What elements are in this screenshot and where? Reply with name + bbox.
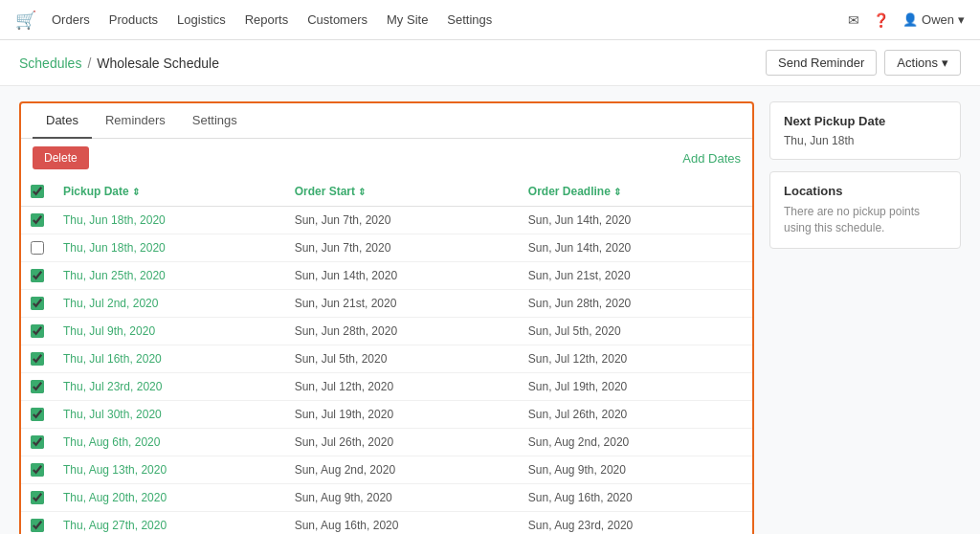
tab-dates[interactable]: Dates	[33, 103, 92, 139]
help-icon[interactable]: ❓	[873, 12, 889, 28]
row-checkbox-cell	[21, 234, 54, 262]
cell-pickup-date: Thu, Jul 9th, 2020	[54, 318, 285, 345]
actions-button[interactable]: Actions ▾	[884, 50, 961, 76]
cell-order-start: Sun, Jun 21st, 2020	[285, 290, 519, 318]
nav-customers[interactable]: Customers	[307, 0, 368, 40]
delete-button[interactable]: Delete	[33, 146, 89, 169]
order-start-sort-icon[interactable]: ⇕	[358, 187, 366, 197]
table-row: Thu, Jul 2nd, 2020Sun, Jun 21st, 2020Sun…	[21, 290, 752, 318]
row-checkbox[interactable]	[31, 519, 44, 532]
cell-order-deadline: Sun, Aug 16th, 2020	[519, 484, 752, 512]
table-row: Thu, Jul 30th, 2020Sun, Jul 19th, 2020Su…	[21, 401, 752, 429]
cell-pickup-date: Thu, Aug 20th, 2020	[54, 484, 285, 512]
nav-settings[interactable]: Settings	[447, 0, 492, 40]
row-checkbox[interactable]	[31, 435, 44, 449]
table-row: Thu, Aug 27th, 2020Sun, Aug 16th, 2020Su…	[21, 512, 752, 535]
breadcrumb-schedules-link[interactable]: Schedules	[19, 56, 81, 71]
row-checkbox-cell	[21, 262, 54, 290]
next-pickup-card: Next Pickup Date Thu, Jun 18th	[769, 101, 961, 160]
table-row: Thu, Jun 18th, 2020Sun, Jun 7th, 2020Sun…	[21, 207, 752, 234]
order-start-label: Order Start	[295, 185, 355, 198]
user-chevron-icon: ▾	[958, 12, 965, 27]
table-row: Thu, Aug 20th, 2020Sun, Aug 9th, 2020Sun…	[21, 484, 752, 512]
select-all-checkbox[interactable]	[31, 185, 44, 198]
col-checkbox	[21, 177, 54, 207]
table-row: Thu, Jun 25th, 2020Sun, Jun 14th, 2020Su…	[21, 262, 752, 290]
tab-reminders[interactable]: Reminders	[92, 103, 179, 139]
cell-pickup-date: Thu, Jul 16th, 2020	[54, 345, 285, 373]
tabs: Dates Reminders Settings	[21, 103, 752, 139]
cell-pickup-date: Thu, Jun 25th, 2020	[54, 262, 285, 290]
add-dates-link[interactable]: Add Dates	[682, 151, 741, 166]
cell-order-deadline: Sun, Jul 26th, 2020	[519, 401, 752, 429]
next-pickup-value: Thu, Jun 18th	[784, 134, 947, 147]
locations-title: Locations	[784, 184, 947, 198]
send-reminder-button[interactable]: Send Reminder	[766, 50, 877, 76]
col-order-start: Order Start ⇕	[285, 177, 519, 207]
cell-order-start: Sun, Jul 5th, 2020	[285, 345, 519, 373]
order-deadline-sort-icon[interactable]: ⇕	[613, 187, 621, 197]
row-checkbox[interactable]	[31, 463, 44, 477]
locations-card: Locations There are no pickup points usi…	[769, 171, 961, 249]
row-checkbox-cell	[21, 401, 54, 429]
envelope-icon[interactable]: ✉	[848, 12, 859, 28]
cell-pickup-date: Thu, Jun 18th, 2020	[54, 207, 285, 234]
row-checkbox[interactable]	[31, 269, 44, 282]
breadcrumb-separator: /	[87, 56, 91, 71]
order-deadline-label: Order Deadline	[528, 185, 611, 198]
table-toolbar: Delete Add Dates	[21, 139, 752, 177]
breadcrumb-current: Wholesale Schedule	[97, 56, 219, 71]
cell-order-deadline: Sun, Jul 19th, 2020	[519, 373, 752, 401]
user-menu[interactable]: 👤 Owen ▾	[902, 12, 965, 27]
row-checkbox[interactable]	[31, 241, 44, 255]
cell-order-start: Sun, Jun 14th, 2020	[285, 262, 519, 290]
top-nav: 🛒 Orders Products Logistics Reports Cust…	[0, 0, 980, 40]
row-checkbox-cell	[21, 512, 54, 535]
row-checkbox-cell	[21, 290, 54, 318]
cell-order-start: Sun, Aug 2nd, 2020	[285, 456, 519, 484]
left-panel: Dates Reminders Settings Delete Add Date…	[19, 101, 754, 534]
nav-orders[interactable]: Orders	[52, 0, 90, 40]
cell-order-deadline: Sun, Jun 28th, 2020	[519, 290, 752, 318]
table-row: Thu, Aug 13th, 2020Sun, Aug 2nd, 2020Sun…	[21, 456, 752, 484]
right-panel: Next Pickup Date Thu, Jun 18th Locations…	[769, 101, 961, 534]
cell-order-deadline: Sun, Jun 14th, 2020	[519, 234, 752, 262]
cell-order-deadline: Sun, Jun 21st, 2020	[519, 262, 752, 290]
nav-reports[interactable]: Reports	[245, 0, 289, 40]
cell-order-start: Sun, Aug 16th, 2020	[285, 512, 519, 535]
cell-order-deadline: Sun, Jun 14th, 2020	[519, 207, 752, 234]
col-order-deadline: Order Deadline ⇕	[519, 177, 752, 207]
row-checkbox-cell	[21, 456, 54, 484]
breadcrumb-bar: Schedules / Wholesale Schedule Send Remi…	[0, 40, 980, 86]
row-checkbox[interactable]	[31, 491, 44, 504]
row-checkbox[interactable]	[31, 352, 44, 366]
cell-order-start: Sun, Jun 7th, 2020	[285, 234, 519, 262]
next-pickup-title: Next Pickup Date	[784, 114, 947, 128]
nav-my-site[interactable]: My Site	[387, 0, 428, 40]
actions-label: Actions	[897, 56, 938, 70]
pickup-date-label: Pickup Date	[63, 185, 129, 198]
nav-logistics[interactable]: Logistics	[177, 0, 226, 40]
row-checkbox[interactable]	[31, 408, 44, 421]
nav-products[interactable]: Products	[109, 0, 158, 40]
row-checkbox[interactable]	[31, 380, 44, 393]
cell-order-start: Sun, Aug 9th, 2020	[285, 484, 519, 512]
row-checkbox[interactable]	[31, 297, 44, 310]
pickup-date-sort-icon[interactable]: ⇕	[132, 187, 140, 197]
tab-settings[interactable]: Settings	[179, 103, 251, 139]
user-name: Owen	[922, 12, 954, 27]
cell-order-start: Sun, Jul 19th, 2020	[285, 401, 519, 429]
cell-order-deadline: Sun, Jul 12th, 2020	[519, 345, 752, 373]
cell-order-deadline: Sun, Jul 5th, 2020	[519, 318, 752, 345]
table-row: Thu, Jul 9th, 2020Sun, Jun 28th, 2020Sun…	[21, 318, 752, 345]
row-checkbox-cell	[21, 373, 54, 401]
cart-icon: 🛒	[15, 10, 36, 31]
row-checkbox[interactable]	[31, 324, 44, 338]
row-checkbox[interactable]	[31, 213, 44, 227]
row-checkbox-cell	[21, 429, 54, 456]
row-checkbox-cell	[21, 207, 54, 234]
table-row: Thu, Jul 23rd, 2020Sun, Jul 12th, 2020Su…	[21, 373, 752, 401]
cell-pickup-date: Thu, Aug 6th, 2020	[54, 429, 285, 456]
main-layout: Dates Reminders Settings Delete Add Date…	[0, 86, 980, 534]
col-pickup-date: Pickup Date ⇕	[54, 177, 285, 207]
